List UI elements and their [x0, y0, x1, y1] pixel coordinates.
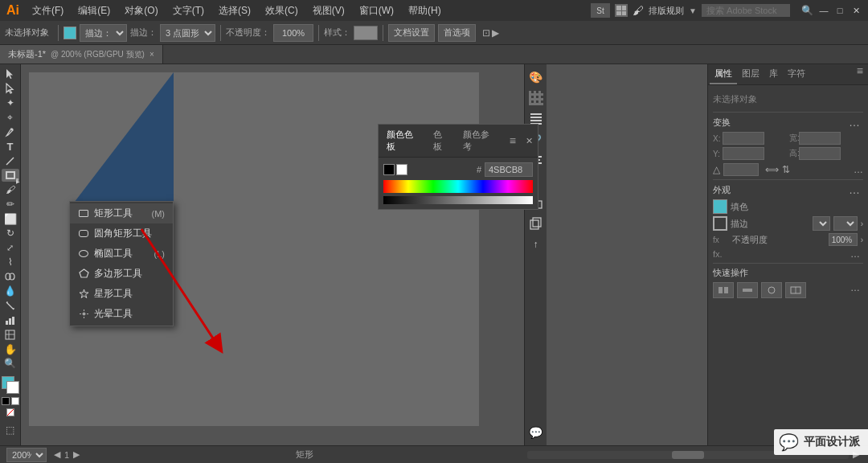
- appearance-more[interactable]: …: [845, 183, 863, 196]
- stroke-color-swatch[interactable]: [63, 27, 76, 39]
- tool-eraser[interactable]: ⬜: [2, 212, 19, 225]
- fill-color-swatch[interactable]: [713, 199, 727, 214]
- color-panel-close[interactable]: ✕: [526, 136, 533, 146]
- panel-more-btn[interactable]: ≡: [854, 64, 866, 84]
- search-input[interactable]: [702, 4, 790, 17]
- quick-action-3[interactable]: [761, 282, 782, 298]
- menu-help[interactable]: 帮助(H): [405, 2, 444, 19]
- height-input[interactable]: [799, 147, 841, 160]
- preferences-btn[interactable]: 首选项: [438, 24, 476, 42]
- angle-input[interactable]: [723, 163, 759, 176]
- color-gradient-bar[interactable]: [383, 180, 533, 193]
- color-swatch-pair[interactable]: [2, 376, 19, 394]
- menu-object[interactable]: 对象(O): [121, 2, 161, 19]
- tool-selection[interactable]: [2, 68, 19, 80]
- color-panel-tab-color[interactable]: 颜色色板: [383, 127, 424, 154]
- y-input[interactable]: [723, 147, 764, 160]
- tool-pen[interactable]: [2, 125, 19, 138]
- tool-blend[interactable]: [2, 270, 19, 283]
- doc-tab-active[interactable]: 未标题-1* @ 200% (RGB/GPU 预览) ×: [0, 45, 163, 64]
- x-input[interactable]: [723, 132, 764, 145]
- tool-slice[interactable]: [2, 328, 19, 341]
- tool-direct-selection[interactable]: [2, 82, 19, 95]
- tool-line[interactable]: [2, 154, 19, 167]
- flip-v-btn[interactable]: ⇅: [782, 164, 790, 175]
- zoom-select[interactable]: 200%: [6, 448, 47, 462]
- stroke-type-select[interactable]: 描边：: [80, 24, 127, 42]
- search-icon[interactable]: 🔍: [801, 5, 813, 16]
- flyout-item-rounded-rect[interactable]: 圆角矩形工具: [70, 223, 173, 244]
- flyout-item-polygon[interactable]: 多边形工具: [70, 264, 173, 284]
- tab-library[interactable]: 库: [764, 64, 783, 84]
- menu-file[interactable]: 文件(F): [29, 2, 67, 19]
- menu-effect[interactable]: 效果(C): [262, 2, 301, 19]
- stroke-size-select[interactable]: 3 点圆形: [160, 24, 215, 42]
- menu-window[interactable]: 窗口(W): [356, 2, 397, 19]
- flyout-item-flare[interactable]: 光晕工具: [70, 304, 173, 324]
- tool-lasso[interactable]: ⌖: [2, 111, 19, 124]
- tool-paintbrush[interactable]: 🖌: [2, 183, 19, 196]
- strip-copy-icon[interactable]: [526, 214, 546, 233]
- tool-type[interactable]: T: [2, 140, 19, 153]
- tool-hand[interactable]: ✋: [2, 342, 19, 355]
- opacity-value-input[interactable]: [829, 233, 858, 246]
- flyout-item-star[interactable]: 星形工具: [70, 284, 173, 304]
- icon-btn-1[interactable]: ⊡: [482, 27, 490, 39]
- icon-btn-2[interactable]: ▶: [492, 27, 499, 39]
- tool-pencil[interactable]: ✏: [2, 198, 19, 211]
- flip-h-btn[interactable]: ⟺: [765, 164, 779, 175]
- tool-zoom[interactable]: 🔍: [2, 357, 19, 370]
- quick-action-1[interactable]: [713, 282, 734, 298]
- tab-layers[interactable]: 图层: [737, 64, 764, 84]
- background-color[interactable]: [6, 381, 19, 394]
- next-page-btn[interactable]: ▶: [71, 449, 82, 461]
- tool-shape[interactable]: ▶: [2, 169, 19, 182]
- canvas-area[interactable]: 颜色色板 色板 颜色参考 ≡ ✕ #: [21, 64, 707, 445]
- menu-view[interactable]: 视图(V): [309, 2, 348, 19]
- no-color-btn[interactable]: [6, 408, 14, 416]
- width-input[interactable]: [799, 132, 841, 145]
- minimize-btn[interactable]: —: [818, 5, 829, 16]
- tool-extra-1[interactable]: ⬚: [2, 421, 19, 439]
- stroke-swatch[interactable]: [713, 216, 727, 231]
- quick-action-more[interactable]: …: [847, 282, 863, 298]
- menu-edit[interactable]: 编辑(E): [75, 2, 113, 19]
- opacity-input[interactable]: [273, 24, 313, 42]
- transform-more[interactable]: …: [845, 116, 863, 129]
- strip-qr-icon[interactable]: [526, 88, 546, 108]
- bw-slider[interactable]: [383, 196, 533, 204]
- stroke-weight-select[interactable]: [833, 216, 858, 231]
- transform-more-btn[interactable]: …: [854, 164, 863, 175]
- doc-tab-close[interactable]: ×: [149, 50, 154, 59]
- hex-value-input[interactable]: [485, 162, 533, 177]
- maximize-btn[interactable]: □: [834, 5, 845, 16]
- fx-more[interactable]: …: [847, 248, 863, 260]
- tool-rotate[interactable]: ↻: [2, 227, 19, 240]
- default-bg[interactable]: [11, 397, 19, 405]
- white-swatch[interactable]: [396, 164, 407, 175]
- tab-properties[interactable]: 属性: [710, 64, 737, 84]
- tool-eyedropper[interactable]: 💧: [2, 285, 19, 297]
- tool-warp[interactable]: ⌇: [2, 256, 19, 268]
- style-preview[interactable]: [354, 26, 378, 40]
- tool-magic-wand[interactable]: ✦: [2, 96, 19, 109]
- prev-page-btn[interactable]: ◀: [51, 449, 63, 461]
- strip-more-icon[interactable]: 💬: [526, 423, 546, 442]
- tool-scale[interactable]: ⤢: [2, 241, 19, 254]
- color-panel-more[interactable]: ≡: [506, 134, 519, 147]
- color-panel-tab-guide[interactable]: 颜色参考: [460, 127, 500, 154]
- menu-select[interactable]: 选择(S): [215, 2, 254, 19]
- flyout-item-ellipse[interactable]: 椭圆工具 (L): [70, 244, 173, 264]
- quick-action-4[interactable]: [785, 282, 806, 298]
- stroke-select[interactable]: [813, 216, 830, 231]
- strip-share-icon[interactable]: ↑: [526, 235, 546, 254]
- default-fg[interactable]: [2, 397, 10, 405]
- close-btn[interactable]: ✕: [850, 5, 862, 16]
- arrange-label[interactable]: 排版规则: [649, 5, 684, 17]
- menu-type[interactable]: 文字(T): [170, 2, 207, 19]
- grid-toggle[interactable]: [615, 4, 628, 17]
- tool-measure[interactable]: [2, 299, 19, 312]
- black-swatch[interactable]: [383, 164, 395, 175]
- tab-character[interactable]: 字符: [783, 64, 810, 84]
- strip-color-icon[interactable]: 🎨: [526, 68, 546, 87]
